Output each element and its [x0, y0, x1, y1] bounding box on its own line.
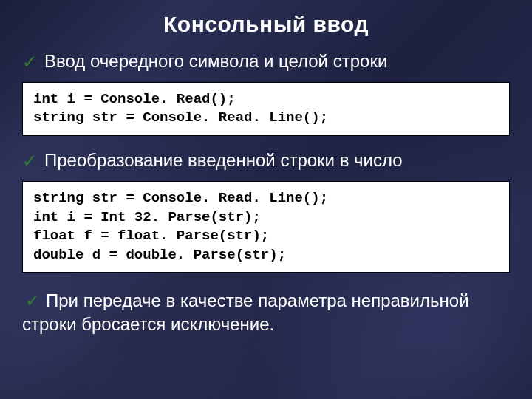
code-block-2: string str = Console. Read. Line(); int … — [22, 181, 510, 273]
check-icon: ✓ — [22, 52, 37, 73]
bullet-3-text: При передаче в качестве параметра неправ… — [22, 290, 469, 333]
bullet-2-text: Преобразование введенной строки в число — [44, 149, 510, 171]
check-icon: ✓ — [22, 151, 37, 172]
bullet-1-text: Ввод очередного символа и целой строки — [44, 50, 510, 72]
code-block-1: int i = Console. Read(); string str = Co… — [22, 82, 510, 136]
check-icon: ✓ — [25, 290, 40, 310]
slide: Консольный ввод ✓ Ввод очередного символ… — [0, 0, 532, 399]
bullet-2: ✓ Преобразование введенной строки в числ… — [22, 149, 510, 172]
bullet-1: ✓ Ввод очередного символа и целой строки — [22, 50, 510, 73]
slide-title: Консольный ввод — [22, 12, 510, 37]
bullet-3: ✓При передаче в качестве параметра непра… — [22, 289, 510, 335]
